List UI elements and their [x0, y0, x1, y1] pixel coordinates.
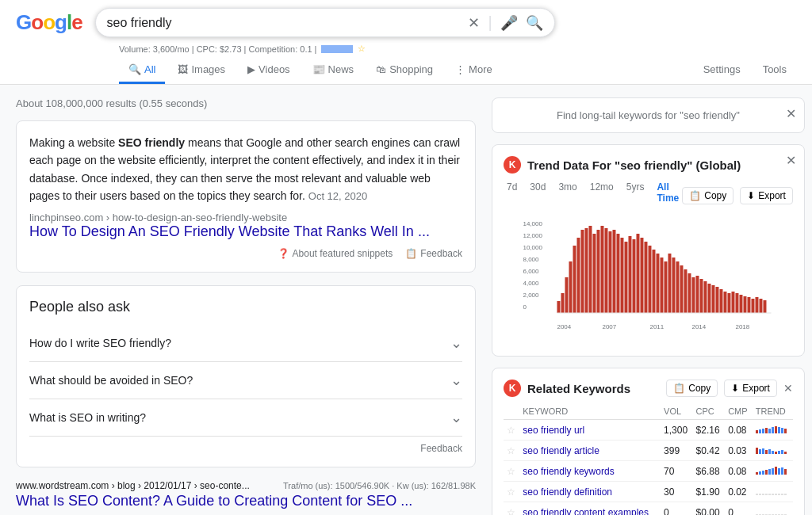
trend-card: ✕ K Trend Data For "seo friendly" (Globa… — [492, 144, 805, 357]
results-count: About 108,000,000 results (0.55 seconds) — [16, 97, 476, 109]
rk-star-3[interactable]: ☆ — [504, 482, 519, 502]
svg-rect-21 — [604, 228, 607, 313]
snippet-url[interactable]: linchpinseo.com › how-to-design-an-seo-f… — [29, 212, 462, 223]
trend-tab-3mo[interactable]: 3mo — [555, 180, 580, 205]
svg-rect-29 — [636, 234, 639, 313]
rk-col-cpc: CPC — [693, 403, 726, 420]
clear-icon[interactable]: ✕ — [468, 14, 480, 32]
rk-keyword-0[interactable]: seo friendly url — [519, 420, 661, 441]
svg-rect-27 — [628, 236, 631, 313]
chevron-down-icon-3: ⌄ — [450, 409, 462, 426]
tab-all[interactable]: 🔍All — [119, 57, 165, 84]
tab-more[interactable]: ⋮More — [446, 57, 502, 84]
svg-rect-13 — [573, 246, 576, 313]
rk-row-4: ☆ seo friendly content examples 0 $0.00 … — [504, 502, 793, 516]
related-keywords-card: K Related Keywords 📋 Copy ⬇ Export ✕ — [492, 368, 805, 515]
rk-k-icon: K — [504, 380, 521, 397]
export-icon: ⬇ — [747, 190, 755, 201]
find-longtail-close-icon[interactable]: ✕ — [786, 106, 796, 121]
trend-close-icon[interactable]: ✕ — [786, 153, 796, 168]
related-keywords-table: KEYWORD VOL CPC CMP TREND ☆ seo friendly… — [504, 403, 793, 515]
svg-rect-35 — [660, 258, 663, 313]
rk-table-body: ☆ seo friendly url 1,300 $2.16 0.08 ☆ se… — [504, 420, 793, 516]
trend-controls: 7d 30d 3mo 12mo 5yrs All Time 📋 Copy ⬇ E… — [504, 180, 793, 212]
rk-col-keyword: KEYWORD — [519, 403, 661, 420]
snippet-title[interactable]: How To Design An SEO Friendly Website Th… — [29, 223, 430, 239]
paa-feedback-link[interactable]: Feedback — [29, 443, 462, 454]
rk-trend-3 — [753, 482, 793, 502]
svg-rect-19 — [596, 230, 599, 313]
rk-col-trend: TREND — [753, 403, 793, 420]
rk-header: K Related Keywords 📋 Copy ⬇ Export ✕ — [504, 380, 793, 397]
tab-images[interactable]: 🖼Images — [168, 57, 235, 84]
tab-settings[interactable]: Settings — [694, 57, 750, 84]
tab-videos-icon: ▶ — [247, 63, 255, 75]
star-icon[interactable]: ☆ — [358, 44, 366, 54]
paa-item-2[interactable]: What should be avoided in SEO? ⌄ — [29, 362, 462, 399]
tab-settings-label: Settings — [703, 63, 741, 75]
trend-tab-30d[interactable]: 30d — [527, 180, 549, 205]
result-1-title[interactable]: What Is SEO Content? A Guide to Creating… — [16, 493, 476, 509]
rk-row-3: ☆ seo friendly definition 30 $1.90 0.02 — [504, 482, 793, 502]
rk-copy-icon: 📋 — [673, 383, 685, 394]
svg-text:4,000: 4,000 — [523, 280, 539, 287]
tab-tools[interactable]: Tools — [753, 57, 796, 84]
rk-keyword-3[interactable]: seo friendly definition — [519, 482, 661, 502]
rk-close-icon[interactable]: ✕ — [783, 382, 793, 395]
header: Google ✕ | 🎤 🔍 Volume: 3,600/mo | CPC: $… — [0, 0, 812, 85]
tab-videos[interactable]: ▶Videos — [238, 57, 300, 84]
svg-rect-54 — [735, 293, 738, 313]
svg-rect-47 — [707, 284, 710, 313]
svg-rect-46 — [703, 281, 707, 313]
svg-rect-37 — [668, 254, 671, 313]
rk-trend-1 — [753, 441, 793, 461]
search-input[interactable] — [107, 16, 469, 30]
rk-star-4[interactable]: ☆ — [504, 502, 519, 516]
microphone-icon[interactable]: 🎤 — [500, 14, 518, 32]
trend-copy-button[interactable]: 📋 Copy — [682, 187, 733, 204]
svg-rect-25 — [620, 238, 623, 313]
rk-table-head: KEYWORD VOL CPC CMP TREND — [504, 403, 793, 420]
svg-rect-51 — [723, 292, 726, 313]
svg-text:2004: 2004 — [557, 323, 571, 330]
tab-shopping[interactable]: 🛍Shopping — [366, 57, 442, 84]
rk-star-0[interactable]: ☆ — [504, 420, 519, 441]
nav-tabs: 🔍All 🖼Images ▶Videos 📰News 🛍Shopping ⋮Mo… — [16, 57, 796, 84]
about-featured-snippets-link[interactable]: ❓ About featured snippets — [278, 248, 393, 259]
svg-rect-49 — [715, 287, 718, 313]
trend-export-button[interactable]: ⬇ Export — [740, 187, 793, 204]
logo-g: g — [55, 10, 67, 35]
paa-item-3[interactable]: What is SEO in writing? ⌄ — [29, 399, 462, 437]
trend-tab-5yrs[interactable]: 5yrs — [623, 180, 648, 205]
svg-text:2,000: 2,000 — [523, 292, 539, 299]
trend-title: K Trend Data For "seo friendly" (Global) — [504, 156, 741, 174]
svg-rect-16 — [584, 228, 588, 313]
search-submit-icon[interactable]: 🔍 — [526, 14, 543, 32]
rk-export-button[interactable]: ⬇ Export — [724, 380, 777, 397]
paa-title: People also ask — [29, 299, 462, 315]
snippet-feedback-link[interactable]: 📋 Feedback — [405, 248, 462, 259]
rk-keyword-1[interactable]: seo friendly article — [519, 441, 661, 461]
svg-text:2011: 2011 — [649, 323, 664, 330]
tab-news[interactable]: 📰News — [303, 57, 364, 84]
rk-star-1[interactable]: ☆ — [504, 441, 519, 461]
trend-tab-alltime[interactable]: All Time — [653, 180, 682, 205]
rk-title: K Related Keywords — [504, 380, 630, 397]
rk-cmp-2: 0.08 — [725, 461, 753, 482]
rk-star-2[interactable]: ☆ — [504, 461, 519, 482]
logo-G: G — [16, 10, 31, 35]
trend-tab-12mo[interactable]: 12mo — [587, 180, 617, 205]
about-snippets-label: About featured snippets — [293, 248, 393, 259]
rk-copy-button[interactable]: 📋 Copy — [666, 380, 718, 397]
left-column: About 108,000,000 results (0.55 seconds)… — [16, 97, 476, 515]
rk-cpc-1: $0.42 — [693, 441, 726, 461]
competition-bar — [321, 45, 353, 53]
trend-tab-7d[interactable]: 7d — [504, 180, 520, 205]
paa-feedback-label: Feedback — [420, 443, 462, 454]
svg-text:10,000: 10,000 — [523, 244, 542, 251]
logo-o1: o — [31, 10, 43, 35]
rk-cpc-3: $1.90 — [693, 482, 726, 502]
paa-item-1[interactable]: How do I write SEO friendly? ⌄ — [29, 325, 462, 362]
rk-keyword-4[interactable]: seo friendly content examples — [519, 502, 661, 516]
rk-keyword-2[interactable]: seo friendly keywords — [519, 461, 661, 482]
